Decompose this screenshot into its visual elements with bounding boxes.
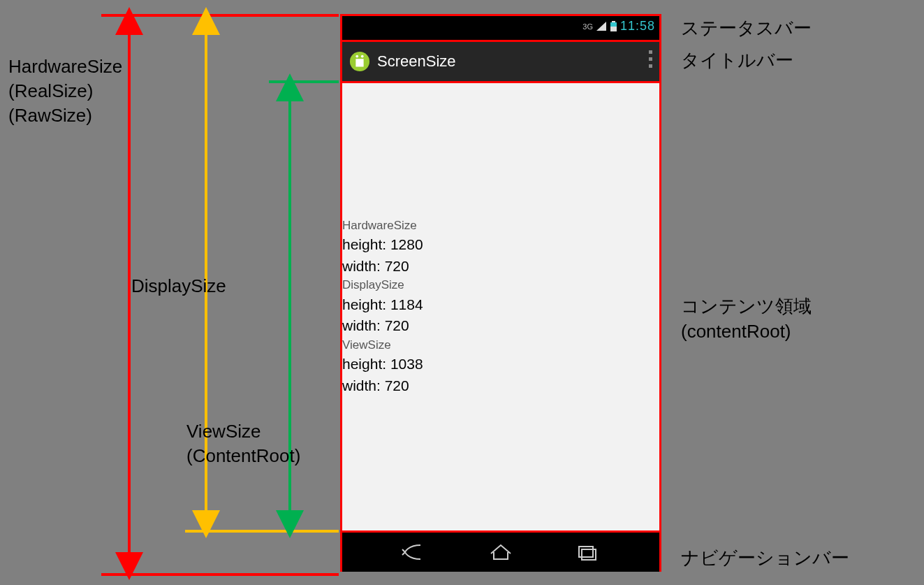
svg-point-9 (361, 55, 364, 58)
rlabel-title: タイトルバー (681, 48, 793, 73)
battery-icon (610, 21, 617, 32)
svg-rect-7 (355, 59, 363, 66)
vw-label: ViewSize (342, 337, 659, 354)
rlabel-content: コンテンツ領域 (contentRoot) (681, 294, 812, 345)
rlabel-status: ステータスバー (681, 15, 812, 41)
title-bar: ScreenSize (342, 42, 659, 83)
svg-rect-4 (612, 21, 615, 22)
phone-frame: 3G 11:58 ScreenSize HardwareSize height:… (340, 14, 661, 572)
hline-bottom (101, 573, 339, 576)
back-icon[interactable] (401, 542, 429, 562)
content-area: HardwareSize height: 1280 width: 720 Dis… (342, 83, 659, 533)
label-hardware: HardwareSize (RealSize) (RawSize) (8, 55, 122, 128)
recent-icon[interactable] (573, 542, 601, 562)
svg-rect-5 (610, 22, 617, 27)
app-title: ScreenSize (377, 52, 456, 71)
app-icon (349, 51, 370, 72)
dp-label: DisplaySize (342, 277, 659, 294)
vw-height: height: 1038 (342, 354, 659, 375)
clock: 11:58 (620, 19, 655, 34)
dp-width: width: 720 (342, 315, 659, 336)
hw-height: height: 1280 (342, 234, 659, 255)
overflow-icon[interactable] (649, 50, 652, 68)
label-view: ViewSize (ContentRoot) (186, 419, 300, 468)
svg-point-8 (355, 55, 358, 58)
label-display: DisplaySize (131, 274, 226, 298)
network-label: 3G (582, 22, 593, 31)
status-bar: 3G 11:58 (342, 16, 659, 42)
home-icon[interactable] (487, 542, 515, 562)
signal-icon (596, 21, 607, 32)
hw-width: width: 720 (342, 256, 659, 277)
rlabel-nav: ナビゲーションバー (681, 545, 849, 570)
vw-width: width: 720 (342, 375, 659, 396)
hw-label: HardwareSize (342, 217, 659, 235)
dp-height: height: 1184 (342, 294, 659, 315)
navigation-bar (342, 533, 659, 572)
